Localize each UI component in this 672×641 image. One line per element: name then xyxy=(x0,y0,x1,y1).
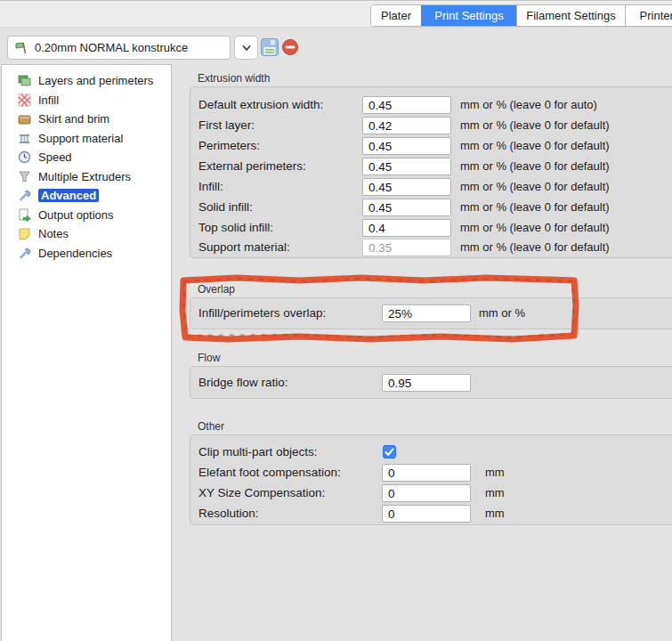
sidebar-item-label: Layers and perimeters xyxy=(38,74,153,87)
notes-icon xyxy=(17,226,32,241)
sidebar-item-advanced[interactable]: Advanced xyxy=(2,186,171,206)
section-box-flow: Bridge flow ratio: xyxy=(190,366,672,399)
setting-label: Infill: xyxy=(198,178,223,196)
section-box-extrusion-width: Default extrusion width: mm or % (leave … xyxy=(190,86,672,258)
sidebar-item-label: Output options xyxy=(38,208,114,222)
setting-row: Default extrusion width: mm or % (leave … xyxy=(190,96,672,114)
infill-perimeters-overlap-input[interactable] xyxy=(382,304,471,322)
setting-unit: mm or % xyxy=(479,304,525,322)
support-icon xyxy=(17,131,32,146)
section-box-overlap: Infill/perimeters overlap: mm or % xyxy=(190,297,672,329)
setting-unit: mm or % (leave 0 for default) xyxy=(460,199,610,216)
perimeters-width-input[interactable] xyxy=(362,137,451,155)
sidebar-item-label: Notes xyxy=(38,227,69,240)
delete-icon xyxy=(281,38,299,56)
top-solid-infill-width-input[interactable] xyxy=(362,219,451,237)
clip-multipart-objects-checkbox[interactable] xyxy=(383,445,396,458)
sidebar-item-label: Support material xyxy=(38,132,123,145)
output-page-icon xyxy=(17,207,32,223)
setting-unit: mm or % (leave 0 for default) xyxy=(460,178,610,196)
preset-name: 0.20mm NORMAL konstrukce xyxy=(35,41,188,54)
setting-unit: mm or % (leave 0 for default) xyxy=(460,137,610,155)
setting-row: First layer: mm or % (leave 0 for defaul… xyxy=(190,117,672,134)
wrench-icon xyxy=(17,246,32,261)
preset-expand-button[interactable] xyxy=(234,36,258,60)
infill-width-input[interactable] xyxy=(362,178,451,196)
setting-label: Infill/perimeters overlap: xyxy=(198,304,326,322)
sidebar-item-multiple-extruders[interactable]: Multiple Extruders xyxy=(2,167,171,187)
setting-row: Clip multi-part objects: xyxy=(190,443,672,461)
elefant-foot-compensation-input[interactable] xyxy=(382,464,471,482)
funnel-icon xyxy=(17,169,32,184)
section-title-extrusion-width: Extrusion width xyxy=(198,72,270,85)
setting-unit: mm xyxy=(485,505,505,523)
settings-tab-bar: Plater Print Settings Filament Settings … xyxy=(370,4,672,27)
bridge-flow-ratio-input[interactable] xyxy=(382,374,471,392)
setting-label: Bridge flow ratio: xyxy=(198,374,288,392)
default-extrusion-width-input[interactable] xyxy=(362,96,451,114)
setting-row: External perimeters: mm or % (leave 0 fo… xyxy=(190,158,672,175)
resolution-input[interactable] xyxy=(382,505,471,523)
setting-unit: mm or % (leave 0 for default) xyxy=(460,117,610,134)
preset-flag-icon xyxy=(13,40,29,56)
preset-dropdown[interactable]: 0.20mm NORMAL konstrukce xyxy=(7,36,231,60)
section-box-other: Clip multi-part objects: Elefant foot co… xyxy=(190,434,672,525)
sidebar-item-support-material[interactable]: Support material xyxy=(2,129,171,149)
sidebar-item-output-options[interactable]: Output options xyxy=(2,206,171,225)
tab-printer-settings[interactable]: Printer Settings xyxy=(625,5,672,26)
sidebar-item-label: Dependencies xyxy=(38,247,112,260)
section-title-overlap: Overlap xyxy=(198,283,235,296)
delete-preset-button[interactable] xyxy=(281,38,299,56)
save-icon xyxy=(260,37,279,57)
setting-row: Infill/perimeters overlap: mm or % xyxy=(190,304,672,322)
sidebar-item-label: Infill xyxy=(38,93,59,107)
setting-row: Top solid infill: mm or % (leave 0 for d… xyxy=(190,219,672,237)
setting-row: Support material: mm or % (leave 0 for d… xyxy=(190,239,672,256)
setting-label: Resolution: xyxy=(198,505,259,523)
infill-icon xyxy=(17,93,32,108)
sidebar-item-notes[interactable]: Notes xyxy=(2,224,171,244)
chevron-down-icon xyxy=(240,42,253,54)
setting-row: Elefant foot compensation: mm xyxy=(190,464,672,482)
setting-label: XY Size Compensation: xyxy=(198,484,325,502)
layers-icon xyxy=(17,73,32,88)
setting-row: Perimeters: mm or % (leave 0 for default… xyxy=(190,137,672,155)
first-layer-width-input[interactable] xyxy=(362,117,451,134)
setting-label: Solid infill: xyxy=(198,199,253,216)
tab-filament-settings[interactable]: Filament Settings xyxy=(516,5,625,26)
checkmark-icon xyxy=(384,446,395,458)
setting-unit: mm or % (leave 0 for default) xyxy=(460,219,610,237)
tab-plater[interactable]: Plater xyxy=(371,5,421,26)
external-perimeters-width-input[interactable] xyxy=(362,158,451,175)
setting-unit: mm or % (leave 0 for auto) xyxy=(460,96,597,114)
setting-row: Resolution: mm xyxy=(190,505,672,523)
sidebar-item-infill[interactable]: Infill xyxy=(2,91,171,110)
xy-size-compensation-input[interactable] xyxy=(382,484,471,502)
tab-print-settings[interactable]: Print Settings xyxy=(421,5,516,26)
sidebar-item-skirt-and-brim[interactable]: Skirt and brim xyxy=(2,110,171,129)
sidebar-item-label: Speed xyxy=(38,150,72,164)
support-material-width-input[interactable] xyxy=(362,239,451,256)
setting-label: Perimeters: xyxy=(198,137,260,155)
setting-label: Elefant foot compensation: xyxy=(198,464,341,482)
skirt-icon xyxy=(17,111,32,126)
save-preset-button[interactable] xyxy=(260,37,279,57)
setting-unit: mm xyxy=(485,464,505,482)
sidebar-item-layers-and-perimeters[interactable]: Layers and perimeters xyxy=(2,71,171,91)
setting-label: External perimeters: xyxy=(198,158,306,175)
section-title-flow: Flow xyxy=(198,352,220,364)
setting-label: Top solid infill: xyxy=(198,219,273,237)
setting-unit: mm or % (leave 0 for default) xyxy=(460,239,610,256)
setting-unit: mm xyxy=(485,484,505,502)
sidebar-item-speed[interactable]: Speed xyxy=(2,148,171,167)
setting-row: Bridge flow ratio: xyxy=(190,374,672,392)
sidebar-item-label: Multiple Extruders xyxy=(38,170,131,183)
solid-infill-width-input[interactable] xyxy=(362,199,451,216)
settings-category-list: Layers and perimeters Infill Skirt and b… xyxy=(1,64,172,641)
setting-unit: mm or % (leave 0 for default) xyxy=(460,158,610,175)
wrench-icon xyxy=(17,188,32,203)
sidebar-item-label: Advanced xyxy=(38,189,99,202)
setting-row: Infill: mm or % (leave 0 for default) xyxy=(190,178,672,196)
section-title-other: Other xyxy=(198,420,224,433)
sidebar-item-dependencies[interactable]: Dependencies xyxy=(2,244,171,264)
